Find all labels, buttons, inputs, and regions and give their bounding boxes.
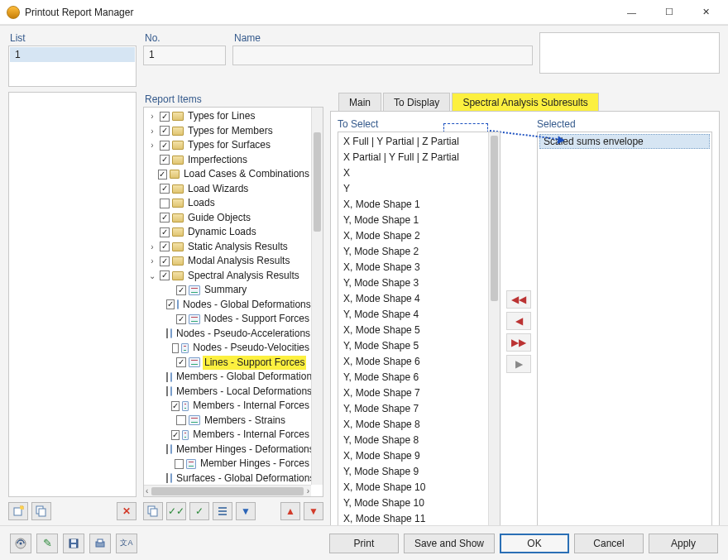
delete-report-button[interactable]: ✕ bbox=[117, 502, 136, 520]
checkbox[interactable] bbox=[175, 459, 184, 469]
checkbox[interactable]: ✓ bbox=[176, 285, 186, 295]
tree-node[interactable]: Member Hinges - Forces bbox=[144, 457, 311, 471]
tree-node[interactable]: Nodes - Pseudo-Velocities bbox=[144, 341, 311, 356]
to-select-item[interactable]: X Full | Y Partial | Z Partial bbox=[338, 134, 500, 150]
report-list[interactable]: 1 bbox=[8, 45, 136, 87]
to-select-item[interactable]: X, Mode Shape 3 bbox=[338, 260, 500, 275]
tree-node[interactable]: ›✓Types for Surfaces bbox=[144, 138, 311, 153]
list-item[interactable]: 1 bbox=[10, 47, 135, 62]
to-select-item[interactable]: Y, Mode Shape 2 bbox=[338, 244, 500, 260]
checkbox[interactable] bbox=[166, 444, 168, 454]
collapse-icon[interactable]: ⌄ bbox=[147, 270, 157, 280]
checkbox[interactable] bbox=[160, 199, 170, 208]
checkbox[interactable]: ✓ bbox=[160, 112, 170, 122]
save-and-show-button[interactable]: Save and Show bbox=[404, 534, 495, 553]
save-button[interactable] bbox=[63, 534, 84, 553]
to-select-item[interactable]: Y, Mode Shape 10 bbox=[338, 495, 500, 511]
tree-node[interactable]: Members - Global Deformations bbox=[144, 370, 311, 385]
checkbox[interactable]: ✓ bbox=[160, 256, 170, 266]
to-select-item[interactable]: Y, Mode Shape 8 bbox=[338, 433, 500, 448]
selected-list[interactable]: Scaled sums envelope bbox=[537, 132, 712, 545]
tree-node[interactable]: ✓Nodes - Support Forces bbox=[144, 312, 311, 327]
tree-horizontal-scrollbar[interactable]: ‹› bbox=[144, 485, 311, 496]
expand-icon[interactable]: › bbox=[147, 112, 157, 122]
tree-node[interactable]: ⌄✓Spectral Analysis Results bbox=[144, 269, 311, 284]
uncheck-all-button[interactable]: ✓ bbox=[189, 502, 209, 520]
apply-button[interactable]: Apply bbox=[649, 534, 718, 553]
to-select-item[interactable]: Y, Mode Shape 4 bbox=[338, 307, 500, 323]
checkbox[interactable]: ✓ bbox=[160, 126, 170, 136]
checkbox[interactable]: ✓ bbox=[160, 155, 170, 165]
checkbox[interactable] bbox=[176, 415, 186, 425]
to-select-item[interactable]: X, Mode Shape 10 bbox=[338, 480, 500, 495]
new-report-button[interactable] bbox=[8, 502, 28, 520]
checkbox[interactable]: ✓ bbox=[171, 430, 180, 440]
tree-node[interactable]: ›✓Types for Lines bbox=[144, 109, 311, 124]
tree-node[interactable]: ›✓Static Analysis Results bbox=[144, 240, 311, 255]
checkbox[interactable]: ✓ bbox=[160, 270, 170, 280]
checkbox[interactable]: ✓ bbox=[176, 357, 186, 367]
to-select-item[interactable]: X, Mode Shape 1 bbox=[338, 197, 500, 213]
tree-node[interactable]: ✓Members - Internal Forces bbox=[144, 399, 311, 414]
tree-node[interactable]: ✓Dynamic Loads bbox=[144, 225, 311, 240]
checkbox[interactable]: ✓ bbox=[160, 184, 170, 194]
to-select-scrollbar[interactable] bbox=[488, 132, 500, 533]
to-select-item[interactable]: X, Mode Shape 8 bbox=[338, 417, 500, 433]
tree-node[interactable]: Surfaces - Global Deformations bbox=[144, 471, 311, 486]
help-button[interactable] bbox=[10, 534, 31, 553]
checkbox[interactable] bbox=[166, 386, 168, 396]
checkbox[interactable]: ✓ bbox=[158, 170, 167, 179]
to-select-item[interactable]: X, Mode Shape 5 bbox=[338, 323, 500, 338]
move-all-right-button[interactable]: ▶▶ bbox=[506, 333, 531, 352]
copy-report-button[interactable] bbox=[31, 502, 51, 520]
to-select-list[interactable]: X Full | Y Partial | Z PartialX Partial … bbox=[338, 132, 500, 545]
to-select-item[interactable]: Y bbox=[338, 181, 500, 197]
tree-node[interactable]: ✓Lines - Support Forces bbox=[144, 356, 311, 371]
close-button[interactable]: ✕ bbox=[687, 1, 725, 24]
move-up-button[interactable]: ▲ bbox=[280, 502, 300, 520]
to-select-item[interactable]: X Partial | Y Full | Z Partial bbox=[338, 150, 500, 165]
tree-node[interactable]: ✓Imperfections bbox=[144, 153, 311, 168]
expand-icon[interactable]: › bbox=[147, 126, 157, 136]
check-all-button[interactable]: ✓✓ bbox=[166, 502, 186, 520]
report-items-tree[interactable]: ›✓Types for Lines›✓Types for Members›✓Ty… bbox=[143, 107, 323, 497]
to-select-item[interactable]: X, Mode Shape 7 bbox=[338, 385, 500, 401]
tab-to-display[interactable]: To Display bbox=[383, 93, 450, 112]
filter-button[interactable]: ▼ bbox=[236, 502, 256, 520]
to-select-item[interactable]: Y, Mode Shape 9 bbox=[338, 464, 500, 480]
move-right-button[interactable]: ▶ bbox=[506, 355, 531, 373]
checkbox[interactable] bbox=[172, 343, 179, 353]
to-select-item[interactable]: X, Mode Shape 9 bbox=[338, 448, 500, 464]
list-mode-button[interactable] bbox=[213, 502, 232, 520]
move-down-button[interactable]: ▼ bbox=[304, 502, 323, 520]
copy-items-button[interactable] bbox=[143, 502, 163, 520]
tree-node[interactable]: ›✓Types for Members bbox=[144, 124, 311, 139]
to-select-item[interactable]: X bbox=[338, 165, 500, 181]
tree-node[interactable]: ✓Nodes - Global Deformations bbox=[144, 298, 311, 313]
checkbox[interactable]: ✓ bbox=[160, 141, 170, 151]
print-button[interactable]: Print bbox=[329, 534, 399, 553]
tree-node[interactable]: Members - Strains bbox=[144, 414, 311, 428]
maximize-button[interactable]: ☐ bbox=[650, 1, 687, 24]
checkbox[interactable]: ✓ bbox=[176, 314, 186, 324]
to-select-item[interactable]: Y, Mode Shape 3 bbox=[338, 275, 500, 291]
tree-node[interactable]: ✓Load Cases & Combinations bbox=[144, 167, 311, 182]
to-select-item[interactable]: Y, Mode Shape 6 bbox=[338, 370, 500, 385]
checkbox[interactable] bbox=[166, 473, 168, 483]
expand-icon[interactable]: › bbox=[147, 242, 157, 251]
move-left-button[interactable]: ◀ bbox=[506, 312, 531, 330]
selected-item[interactable]: Scaled sums envelope bbox=[539, 134, 710, 149]
cancel-button[interactable]: Cancel bbox=[574, 534, 644, 553]
tree-node[interactable]: ✓Guide Objects bbox=[144, 211, 311, 226]
checkbox[interactable]: ✓ bbox=[166, 299, 175, 309]
checkbox[interactable] bbox=[166, 372, 168, 382]
checkbox[interactable]: ✓ bbox=[171, 401, 180, 411]
minimize-button[interactable]: — bbox=[613, 1, 650, 24]
to-select-item[interactable]: X, Mode Shape 2 bbox=[338, 228, 500, 244]
to-select-item[interactable]: X, Mode Shape 6 bbox=[338, 354, 500, 370]
to-select-item[interactable]: Y, Mode Shape 5 bbox=[338, 338, 500, 354]
language-button[interactable]: 文A bbox=[116, 534, 137, 553]
checkbox[interactable]: ✓ bbox=[160, 242, 170, 251]
to-select-item[interactable]: Y, Mode Shape 1 bbox=[338, 213, 500, 228]
tree-node[interactable]: Member Hinges - Deformations bbox=[144, 443, 311, 457]
